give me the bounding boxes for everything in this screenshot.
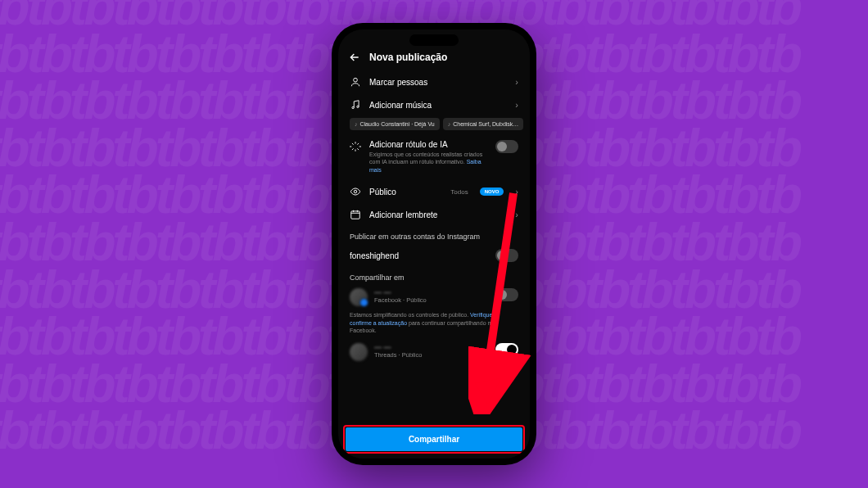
tag-people-label: Marcar pessoas — [369, 78, 507, 87]
audience-label: Público — [369, 188, 442, 197]
novo-badge: NOVO — [480, 188, 504, 196]
audience-row[interactable]: Público Todos NOVO › — [338, 180, 530, 203]
share-in-label: Compartilhar em — [338, 267, 530, 285]
back-icon[interactable] — [348, 51, 361, 64]
reminder-row[interactable]: Adicionar lembrete › — [338, 203, 530, 226]
threads-sub: Threads · Público — [374, 351, 489, 359]
music-chips: Claudio Constantini · Déjà Vu Chemical S… — [338, 116, 530, 135]
ai-label-desc: Exigimos que os conteúdos realistas cria… — [369, 151, 487, 174]
threads-toggle[interactable] — [495, 343, 518, 356]
calendar-icon — [350, 209, 361, 220]
ai-label-title: Adicionar rótulo de IA — [369, 140, 487, 149]
threads-name: — — — [374, 343, 489, 351]
music-chip[interactable]: Claudio Constantini · Déjà Vu — [350, 118, 440, 130]
chevron-right-icon: › — [515, 187, 518, 197]
share-button-highlight: Compartilhar — [343, 425, 525, 454]
fb-desc: Estamos simplificando os controles de pú… — [338, 310, 530, 339]
tag-people-row[interactable]: Marcar pessoas › — [338, 70, 530, 93]
publish-other-label: Publicar em outras contas do Instagram — [338, 226, 530, 244]
music-icon — [350, 99, 361, 111]
eye-icon — [350, 186, 361, 197]
ai-label-row: Adicionar rótulo de IA Exigimos que os c… — [338, 135, 530, 180]
audience-value: Todos — [450, 188, 468, 196]
svg-point-2 — [357, 106, 359, 107]
fb-sub: Facebook · Público — [374, 296, 489, 304]
reminder-label: Adicionar lembrete — [369, 210, 507, 219]
screen: Nova publicação Marcar pessoas › Adicion… — [338, 29, 530, 459]
svg-rect-4 — [351, 211, 360, 219]
sparkle-icon — [350, 141, 361, 152]
account-row: foneshighend — [338, 244, 530, 267]
add-music-label: Adicionar música — [369, 101, 507, 110]
music-chip[interactable]: Chemical Surf, Dubdisk… — [443, 118, 524, 130]
notch — [409, 34, 459, 46]
threads-share-row: — — Threads · Público — [338, 340, 530, 364]
add-music-row[interactable]: Adicionar música › — [338, 93, 530, 116]
avatar — [350, 288, 368, 306]
person-icon — [350, 76, 361, 88]
chevron-right-icon: › — [515, 210, 518, 219]
svg-point-0 — [354, 78, 358, 82]
chevron-right-icon: › — [515, 100, 518, 110]
account-name: foneshighend — [350, 251, 495, 260]
phone-frame: Nova publicação Marcar pessoas › Adicion… — [332, 23, 536, 465]
fb-name: — — — [374, 288, 489, 296]
svg-point-3 — [354, 191, 357, 194]
account-toggle[interactable] — [495, 249, 518, 262]
chevron-right-icon: › — [515, 77, 518, 87]
share-button[interactable]: Compartilhar — [346, 427, 522, 451]
avatar — [350, 343, 368, 361]
fb-toggle[interactable] — [495, 288, 518, 301]
page-title: Nova publicação — [369, 52, 447, 63]
ai-label-toggle[interactable] — [495, 140, 518, 153]
facebook-share-row: — — Facebook · Público — [338, 285, 530, 310]
svg-point-1 — [352, 106, 354, 108]
